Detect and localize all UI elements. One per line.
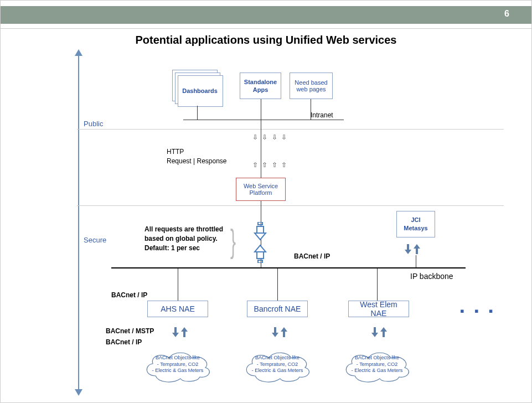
svg-rect-4 [257, 252, 264, 259]
data-down-arrow-icon [252, 222, 268, 243]
jci-arrows-icon [405, 244, 420, 254]
svg-rect-5 [258, 260, 262, 263]
connector-line [277, 268, 278, 301]
page-number: 6 [504, 9, 509, 19]
ellipsis-icon: ▪ ▪ ▪ [460, 304, 497, 318]
bacnet-objects-cloud: BACnet Objects like - Temprature, CO2 - … [338, 348, 416, 386]
divider [1, 28, 531, 29]
connector-line [261, 99, 261, 120]
standalone-apps-box: Standalone Apps [240, 73, 281, 99]
connector-line [178, 268, 178, 301]
cloud-text: BACnet Objects like - Temprature, CO2 - … [144, 355, 211, 374]
cloud-text: BACnet Objects like - Temprature, CO2 - … [244, 355, 311, 374]
svg-marker-2 [255, 233, 266, 240]
west-elem-nae-box: West Elem NAE [348, 301, 409, 317]
slide: 6 Potential applications using Unified W… [0, 0, 532, 403]
bacnet-ip-label: BACnet / IP [111, 291, 147, 299]
divider [77, 129, 504, 130]
arrow-up-icon [75, 49, 82, 56]
nae-arrows-icon [272, 327, 287, 337]
connector-line [416, 255, 416, 267]
bacnet-objects-cloud: BACnet Objects like - Temprature, CO2 - … [139, 348, 216, 386]
svg-rect-1 [257, 226, 264, 233]
cloud-text: BACnet Objects like - Temprature, CO2 - … [344, 355, 410, 374]
http-arrows-up-icon: ⇧ ⇧ ⇧ ⇧ [252, 161, 288, 169]
connector-line [261, 147, 261, 178]
connector-line [377, 268, 378, 301]
dashboards-label: Dashboards [178, 75, 222, 106]
web-service-platform-box: Web Service Platform [236, 178, 286, 201]
bacnet-objects-cloud: BACnet Objects like - Temprature, CO2 - … [239, 348, 316, 386]
cloud-line3: - Electric & Gas Meters [344, 368, 410, 374]
throttle-note: All requests are throttled based on glob… [144, 225, 233, 252]
arrow-down-icon [75, 389, 82, 396]
svg-marker-3 [255, 245, 266, 252]
cloud-line1: BACnet Objects like [344, 355, 410, 361]
connector-line [311, 99, 311, 120]
ip-backbone-line [111, 267, 466, 268]
public-label: Public [84, 120, 103, 128]
jci-metasys-box: JCI Metasys [396, 211, 435, 237]
bancroft-nae-box: Bancroft NAE [247, 301, 308, 317]
bacnet-ip-label: BACnet / IP [294, 252, 330, 260]
bacnet-ip-label: BACnet / IP [106, 338, 142, 346]
cloud-line2: - Temprature, CO2 [344, 361, 410, 368]
cloud-line3: - Electric & Gas Meters [144, 368, 211, 374]
cloud-line2: - Temprature, CO2 [144, 361, 211, 368]
cloud-line1: BACnet Objects like [144, 355, 211, 361]
nae-arrows-icon [371, 327, 387, 337]
need-based-box: Need based web pages [290, 73, 333, 99]
vertical-axis-line [78, 53, 79, 391]
cloud-line2: - Temprature, CO2 [244, 361, 311, 368]
divider [77, 205, 504, 206]
http-label: HTTP Request | Response [167, 147, 227, 166]
cloud-line3: - Electric & Gas Meters [244, 368, 311, 374]
connector-line [197, 106, 198, 120]
cloud-line1: BACnet Objects like [244, 355, 311, 361]
nae-arrows-icon [172, 327, 188, 337]
bacnet-mstp-label: BACnet / MSTP [106, 327, 154, 335]
secure-label: Secure [84, 236, 106, 244]
data-up-arrow-icon [252, 244, 268, 265]
http-arrows-down-icon: ⇩ ⇩ ⇩ ⇩ [252, 133, 288, 141]
intranet-label: Intranet [311, 111, 333, 119]
header-bar [1, 6, 531, 24]
intranet-bus-line [183, 120, 344, 120]
ahs-nae-box: AHS NAE [147, 301, 208, 317]
page-title: Potential applications using Unified Web… [1, 34, 531, 46]
svg-rect-0 [258, 222, 262, 225]
ip-backbone-label: IP backbone [410, 272, 453, 281]
